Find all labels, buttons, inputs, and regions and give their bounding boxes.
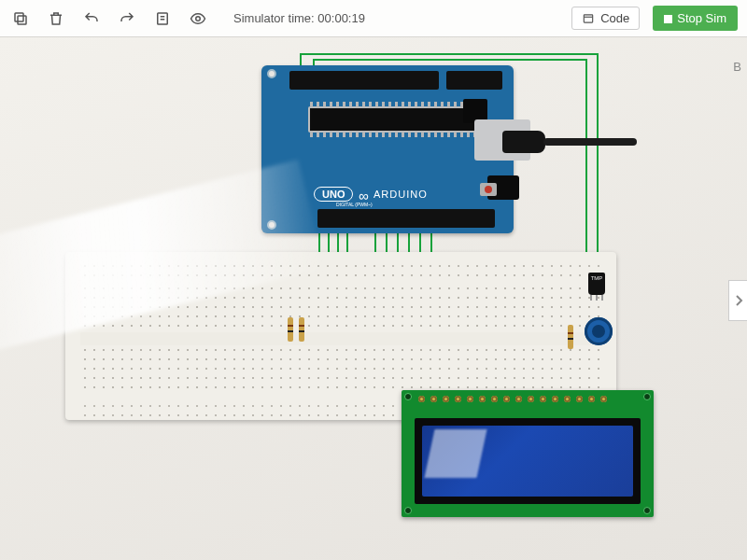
copy-icon bbox=[12, 10, 29, 27]
lcd-bezel bbox=[415, 418, 641, 504]
stop-simulation-button[interactable]: Stop Sim bbox=[653, 6, 738, 31]
simulator-time-label: Simulator time: bbox=[233, 11, 315, 25]
stop-icon bbox=[664, 15, 672, 23]
arduino-mcu-chip bbox=[308, 106, 476, 133]
delete-button[interactable] bbox=[45, 7, 67, 30]
sidebar-hint: B bbox=[733, 60, 741, 74]
mounting-hole bbox=[404, 393, 412, 400]
arduino-model-label: UNO bbox=[314, 187, 353, 202]
arduino-analog-header[interactable] bbox=[289, 71, 439, 90]
redo-icon bbox=[119, 10, 135, 27]
svg-rect-1 bbox=[15, 13, 23, 21]
mounting-hole bbox=[643, 507, 651, 514]
visibility-button[interactable] bbox=[187, 7, 209, 30]
usb-cable[interactable] bbox=[502, 123, 577, 161]
resistor[interactable] bbox=[568, 325, 573, 349]
arduino-digital-header[interactable] bbox=[317, 209, 495, 228]
usb-cord bbox=[543, 138, 637, 146]
code-button[interactable]: Code bbox=[571, 7, 640, 30]
breadboard-power-rail-top[interactable] bbox=[80, 259, 601, 278]
usb-plug bbox=[502, 131, 545, 153]
undo-button[interactable] bbox=[80, 7, 103, 30]
tmp-temperature-sensor[interactable]: TMP bbox=[588, 273, 605, 295]
lcd-pin-row[interactable] bbox=[418, 396, 607, 402]
redo-button[interactable] bbox=[116, 7, 138, 30]
lcd-screen bbox=[422, 426, 633, 497]
mounting-hole bbox=[404, 507, 412, 514]
breadboard-terminal-strip-bottom[interactable] bbox=[80, 345, 601, 394]
arduino-brand-label: ARDUINO bbox=[374, 189, 428, 200]
notes-button[interactable] bbox=[151, 7, 174, 30]
undo-icon bbox=[83, 10, 100, 27]
eye-icon bbox=[190, 10, 206, 27]
svg-rect-0 bbox=[18, 16, 26, 24]
copy-icon-button[interactable] bbox=[9, 7, 32, 30]
arduino-power-header[interactable] bbox=[446, 71, 502, 90]
svg-rect-4 bbox=[585, 14, 593, 21]
arduino-uno-board[interactable]: UNO ∞ ARDUINO DIGITAL (PWM~) bbox=[261, 65, 514, 233]
tmp-label: TMP bbox=[591, 275, 603, 281]
arduino-reset-button[interactable] bbox=[480, 183, 497, 196]
expand-components-panel-button[interactable] bbox=[728, 280, 747, 321]
mounting-hole bbox=[643, 393, 651, 400]
code-button-label: Code bbox=[600, 11, 629, 25]
chevron-right-icon bbox=[734, 294, 743, 307]
lcd-16x2-module[interactable] bbox=[402, 390, 654, 517]
simulator-time: Simulator time: 00:00:19 bbox=[233, 11, 365, 25]
resistor[interactable] bbox=[288, 317, 293, 342]
mounting-hole bbox=[267, 69, 276, 78]
note-icon bbox=[154, 10, 171, 27]
arduino-digital-label: DIGITAL (PWM~) bbox=[336, 202, 373, 207]
breadboard-center-gap bbox=[80, 332, 601, 345]
trash-icon bbox=[48, 10, 64, 27]
code-icon bbox=[582, 12, 595, 25]
top-toolbar: Simulator time: 00:00:19 Code Stop Sim bbox=[0, 0, 747, 37]
svg-point-3 bbox=[196, 16, 201, 21]
breadboard-terminal-strip-top[interactable] bbox=[80, 284, 601, 332]
stop-button-label: Stop Sim bbox=[677, 11, 726, 25]
simulator-time-value: 00:00:19 bbox=[317, 11, 365, 25]
circuit-canvas[interactable]: UNO ∞ ARDUINO DIGITAL (PWM~) TMP bbox=[0, 37, 747, 560]
mounting-hole bbox=[267, 220, 276, 230]
resistor[interactable] bbox=[299, 317, 304, 342]
potentiometer[interactable] bbox=[585, 317, 613, 345]
